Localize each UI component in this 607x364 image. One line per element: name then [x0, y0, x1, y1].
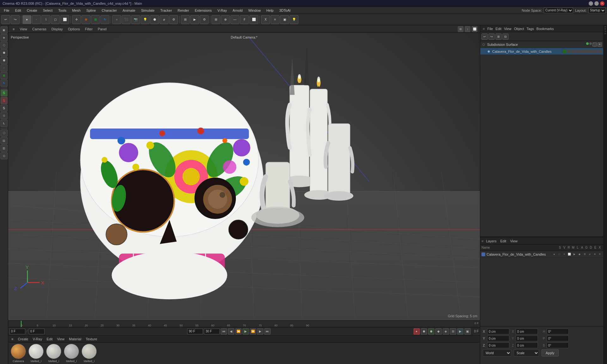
snap-button[interactable]: ⊞ — [212, 15, 220, 24]
layer-icon-x[interactable]: ✕ — [598, 252, 602, 257]
obj-expr-icon[interactable] — [598, 50, 602, 53]
coord-p-val[interactable] — [547, 336, 569, 341]
layer-icon-anim[interactable]: ◆ — [577, 252, 582, 257]
cube-button[interactable]: ⬛ — [122, 15, 131, 24]
go-end-button[interactable]: ⏭ — [264, 328, 271, 335]
apply-button[interactable]: Apply — [542, 349, 559, 356]
mat-menu-material[interactable]: Material — [67, 337, 83, 342]
workplane-button[interactable]: ⬜ — [249, 15, 258, 24]
rotate-tool-button[interactable]: ↻ — [101, 15, 109, 24]
sidebar-move-btn[interactable]: ↑ — [1, 64, 8, 71]
next-frame-button[interactable]: ▶ — [257, 328, 263, 335]
mat-menu-texture[interactable]: Texture — [84, 337, 99, 342]
menu-arnold[interactable]: Arnold — [230, 8, 245, 13]
viewport-icon-3[interactable]: ⬜ — [472, 26, 477, 32]
menu-tracker[interactable]: Tracker — [158, 8, 175, 13]
edge-tab-3[interactable]: F — [604, 31, 607, 32]
material-calavera[interactable]: Calavera — [11, 344, 26, 363]
menu-render[interactable]: Render — [175, 8, 192, 13]
auto-key-button[interactable]: ⏺ — [421, 328, 427, 335]
sidebar-s3-btn[interactable]: S — [1, 105, 8, 112]
prev-frame-button[interactable]: ◀ — [228, 328, 234, 335]
sidebar-poly-btn[interactable]: ⬢ — [1, 49, 8, 56]
sidebar-edge-btn[interactable]: ⬟ — [1, 57, 8, 64]
menu-simulate[interactable]: Simulate — [138, 8, 157, 13]
menu-3dtoal[interactable]: 3DToAl — [277, 8, 293, 13]
preview-button[interactable]: ▶ — [457, 328, 463, 335]
mat-menu-view[interactable]: View — [55, 337, 66, 342]
obj-menu-object[interactable]: Object — [514, 27, 524, 31]
go-start-button[interactable]: ⏮ — [221, 328, 227, 335]
end-frame-input-1[interactable] — [187, 329, 203, 334]
edge-tab-1[interactable]: S — [604, 26, 607, 27]
viewport[interactable]: X Y Z Perspective Default Camera:* Grid … — [8, 33, 480, 320]
select-tool-button[interactable]: ✛ — [72, 15, 81, 24]
menu-select[interactable]: Select — [40, 8, 55, 13]
floor-button[interactable]: — — [230, 15, 239, 24]
scale-tool-button[interactable]: ⊞ — [91, 15, 100, 24]
next-keyframe-button[interactable]: ⏩ — [250, 328, 256, 335]
obj-menu-file[interactable]: File — [487, 27, 493, 31]
layers-menu-view[interactable]: View — [509, 239, 519, 244]
menu-spline[interactable]: Spline — [84, 8, 99, 13]
obj-toolbar-btn-4[interactable]: ⊟ — [502, 33, 509, 40]
obj-visible-dot[interactable] — [586, 42, 589, 45]
close-button[interactable]: ✕ — [600, 1, 604, 6]
layer-icon-solid[interactable]: ● — [552, 252, 556, 257]
material-melted-2[interactable]: Melted_I — [46, 344, 61, 363]
layer-icon-wire[interactable]: □ — [557, 252, 561, 257]
layer-icon-obj[interactable]: ⬜ — [567, 252, 572, 257]
viewport-menu-panel[interactable]: Panel — [96, 27, 108, 32]
timeline-ruler[interactable]: 0 5 10 15 20 25 30 35 40 45 50 55 60 65 … — [8, 320, 480, 327]
obj-render-dot[interactable] — [589, 42, 592, 45]
mat-menu-toggle[interactable]: ≡ — [9, 337, 15, 342]
edge-mode-button[interactable]: ⌇ — [41, 15, 50, 24]
viewport-menu-view[interactable]: View — [18, 27, 29, 32]
viewport-menu-options[interactable]: Options — [66, 27, 82, 32]
layer-icon-play[interactable]: ▶ — [572, 252, 577, 257]
coord-x-rot[interactable] — [516, 329, 538, 334]
obj-menu-tags[interactable]: Tags — [527, 27, 534, 31]
layer-icon-lines[interactable]: ≡ — [562, 252, 567, 257]
null-object-button[interactable]: ○ — [112, 15, 121, 24]
maximize-button[interactable]: □ — [594, 1, 599, 6]
light-button-2[interactable]: 💡 — [290, 15, 298, 24]
render-region-button[interactable]: ⊞ — [181, 15, 190, 24]
menu-file[interactable]: File — [1, 8, 12, 13]
obj-render-icon[interactable] — [567, 50, 571, 53]
menu-window[interactable]: Window — [246, 8, 263, 13]
motion-record-button[interactable]: ⏺ — [428, 328, 434, 335]
node-space-select[interactable]: Current (V-Ray) — [544, 8, 573, 13]
sidebar-layer2-btn[interactable]: ▥ — [1, 145, 8, 152]
material-melted-3[interactable]: Melted_I — [64, 344, 79, 363]
layer-calavera[interactable]: Calavera_Flor_de_Vida_with_Candles ● □ ≡… — [480, 251, 603, 258]
timeline-mode-button[interactable]: ⊞ — [450, 328, 456, 335]
sidebar-layer-btn[interactable]: ▤ — [1, 137, 8, 144]
point-mode-button[interactable]: · — [32, 15, 41, 24]
fps-input[interactable] — [204, 329, 220, 334]
sidebar-s2-btn[interactable]: S — [1, 97, 8, 104]
coord-y-pos[interactable] — [487, 336, 509, 341]
layer-icon-gen[interactable]: ⚙ — [582, 252, 587, 257]
coord-z-pos[interactable] — [487, 343, 509, 348]
edge-tab-2[interactable]: A — [604, 28, 607, 30]
obj-script-icon[interactable] — [594, 50, 598, 53]
layer-button[interactable]: ≡ — [271, 15, 279, 24]
sidebar-select-btn[interactable]: ◈ — [1, 34, 8, 41]
model-mode-button[interactable]: ● — [22, 15, 31, 24]
layers-menu-layers[interactable]: Layers — [485, 239, 498, 244]
render-queue-button[interactable]: ▣ — [280, 15, 289, 24]
obj-menu-bookmarks[interactable]: Bookmarks — [536, 27, 554, 31]
deformer-button[interactable]: ⌀ — [160, 15, 169, 24]
prev-keyframe-button[interactable]: ⏪ — [235, 328, 242, 335]
obj-solo-icon[interactable] — [576, 50, 580, 53]
light-button[interactable]: 💡 — [141, 15, 150, 24]
obj-vis-icon[interactable] — [563, 50, 567, 53]
generator-button[interactable]: ⚙ — [169, 15, 178, 24]
obj-more-icon[interactable] — [589, 50, 593, 53]
viewport-menu-toggle[interactable]: ≡ — [11, 27, 16, 32]
layer-icon-def[interactable]: ⌀ — [587, 252, 592, 257]
uv-mode-button[interactable]: ⬜ — [60, 15, 69, 24]
obj-anim-icon[interactable] — [580, 50, 584, 53]
viewport-menu-cameras[interactable]: Cameras — [30, 27, 48, 32]
